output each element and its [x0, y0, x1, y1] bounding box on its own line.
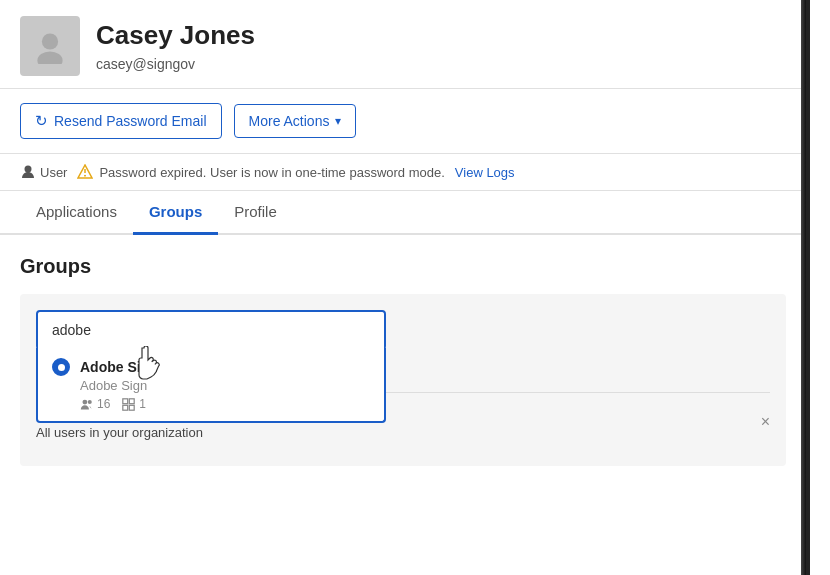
role-label: User: [40, 165, 67, 180]
status-warning-text: Password expired. User is now in one-tim…: [99, 165, 444, 180]
avatar: [20, 16, 80, 76]
svg-rect-6: [123, 398, 128, 403]
group-search-input[interactable]: [38, 312, 384, 348]
right-border: [801, 0, 806, 575]
meta-apps-count: 1: [139, 397, 146, 411]
dropdown-item-meta: 16 1: [80, 397, 370, 411]
everyone-desc: All users in your organization: [36, 425, 203, 440]
dropdown-item-name: Adobe Sign: [80, 359, 158, 375]
svg-point-5: [88, 400, 92, 404]
refresh-icon: ↻: [35, 112, 48, 130]
more-actions-button[interactable]: More Actions ▾: [234, 104, 357, 138]
svg-point-3: [85, 175, 86, 176]
svg-point-2: [25, 166, 32, 173]
action-bar: ↻ Resend Password Email More Actions ▾: [0, 89, 806, 154]
search-dropdown-wrapper: Adobe Sign Adobe Sign: [36, 310, 386, 350]
dropdown-item-sub: Adobe Sign: [80, 378, 370, 393]
tab-profile[interactable]: Profile: [218, 191, 293, 235]
meta-apps: 1: [122, 397, 146, 411]
chevron-down-icon: ▾: [335, 114, 341, 128]
more-actions-label: More Actions: [249, 113, 330, 129]
dropdown-list: Adobe Sign Adobe Sign: [36, 348, 386, 423]
resend-password-label: Resend Password Email: [54, 113, 207, 129]
warning-icon: [77, 164, 93, 180]
meta-users-count: 16: [97, 397, 110, 411]
view-logs-link[interactable]: View Logs: [455, 165, 515, 180]
page-container: Casey Jones casey@signgov ↻ Resend Passw…: [0, 0, 810, 575]
tab-applications[interactable]: Applications: [20, 191, 133, 235]
svg-rect-9: [130, 405, 135, 410]
resend-password-button[interactable]: ↻ Resend Password Email: [20, 103, 222, 139]
section-title: Groups: [20, 255, 786, 278]
status-warning: Password expired. User is now in one-tim…: [77, 164, 444, 180]
user-email: casey@signgov: [96, 56, 255, 72]
grid-meta-icon: [122, 398, 135, 411]
meta-users: 16: [80, 397, 110, 411]
people-meta-icon: [80, 398, 93, 411]
main-content: Groups Adobe Sign Adobe Sign: [0, 235, 806, 486]
dropdown-item-header: Adobe Sign: [52, 358, 370, 376]
user-role-icon: User: [20, 164, 67, 180]
tabs-bar: Applications Groups Profile: [0, 191, 806, 235]
user-info: Casey Jones casey@signgov: [96, 20, 255, 71]
svg-rect-8: [123, 405, 128, 410]
dropdown-item-adobe-sign[interactable]: Adobe Sign Adobe Sign: [38, 348, 384, 421]
avatar-icon: [32, 28, 68, 64]
radio-selected-icon: [52, 358, 70, 376]
search-input-container: Adobe Sign Adobe Sign: [36, 310, 386, 350]
close-everyone-button[interactable]: ×: [761, 414, 770, 430]
svg-point-4: [82, 399, 87, 404]
svg-rect-7: [130, 398, 135, 403]
user-name: Casey Jones: [96, 20, 255, 51]
tab-groups[interactable]: Groups: [133, 191, 218, 235]
person-icon: [20, 164, 36, 180]
status-bar: User Password expired. User is now in on…: [0, 154, 806, 191]
groups-container: Adobe Sign Adobe Sign: [20, 294, 786, 466]
user-header: Casey Jones casey@signgov: [0, 0, 806, 89]
svg-point-0: [42, 33, 58, 49]
svg-point-1: [37, 51, 62, 64]
